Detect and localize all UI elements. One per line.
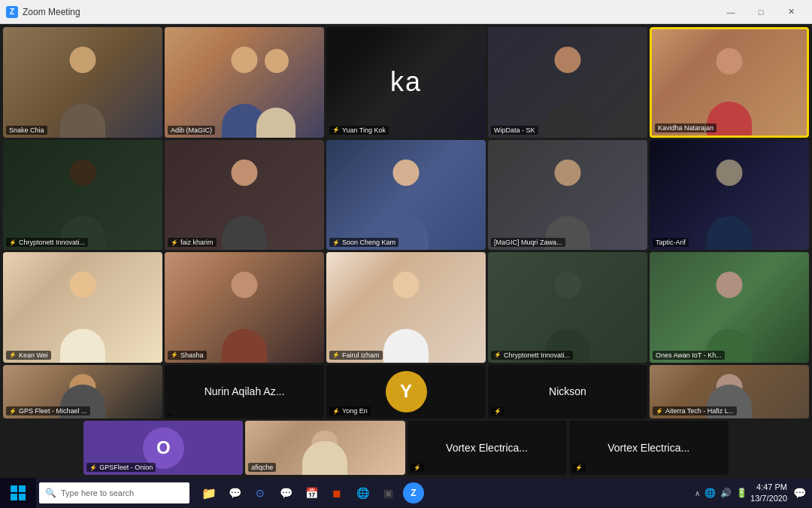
name-soon: ⚡ Soon Cheng Kam bbox=[329, 238, 398, 247]
taskbar-files2[interactable]: ▣ bbox=[377, 482, 398, 503]
participant-kean[interactable]: ⚡ Kean Wei bbox=[3, 252, 162, 363]
tray-chevron[interactable]: ∧ bbox=[695, 489, 700, 497]
participant-yuan[interactable]: ka ⚡ Yuan Ting Kok bbox=[326, 27, 486, 138]
name-magicmuqri: [MaGIC] Muqri Zawa... bbox=[491, 238, 565, 247]
mic-icon-fairul: ⚡ bbox=[332, 351, 340, 358]
tray-network: 🌐 bbox=[704, 488, 716, 498]
participant-gpsfleet-onion[interactable]: O ⚡ GPSFleet - Onion bbox=[83, 421, 243, 475]
name-vortex2: ⚡ bbox=[572, 464, 586, 472]
participant-faiz[interactable]: ⚡ faiz kharim bbox=[165, 140, 324, 251]
start-button[interactable] bbox=[0, 478, 36, 508]
name-vortex1: ⚡ bbox=[411, 464, 424, 472]
participant-snake[interactable]: Snake Chia bbox=[3, 27, 162, 138]
nickson-big-name: Nickson bbox=[543, 385, 592, 397]
mic-icon-onion: ⚡ bbox=[89, 464, 97, 471]
participant-nurin[interactable]: Nurin Aqilah Az... bbox=[165, 365, 324, 419]
participant-wipdata[interactable]: WipData - SK bbox=[488, 27, 647, 138]
nickson-center: Nickson bbox=[488, 365, 647, 419]
taskbar-pinned-apps: 📁 💬 ⊙ 💬 📅 ◼ 🌐 ▣ Z bbox=[198, 482, 424, 503]
mic-icon-gps-michael: ⚡ bbox=[9, 408, 17, 415]
participant-afiqche[interactable]: afiqche bbox=[245, 421, 404, 475]
name-gpsfleet-onion: ⚡ GPSFleet - Onion bbox=[86, 463, 156, 472]
participant-chryp2[interactable]: ⚡ Chryptonett Innovati... bbox=[488, 252, 647, 363]
participant-aiterra[interactable]: ⚡ Aiterra Tech - Hafiz L... bbox=[650, 365, 809, 419]
tray-battery: 🔋 bbox=[736, 488, 747, 498]
yongen-avatar: Y bbox=[386, 371, 427, 412]
name-kean: ⚡ Kean Wei bbox=[6, 351, 51, 360]
mic-icon-shasha: ⚡ bbox=[171, 351, 178, 358]
yuan-center: ka bbox=[326, 27, 486, 138]
name-faiz: ⚡ faiz kharim bbox=[168, 238, 217, 247]
clock-date: 13/7/2020 bbox=[750, 493, 787, 504]
vortex2-big-name: Vortex Electrica... bbox=[601, 442, 695, 454]
window-title: Zoom Meeting bbox=[23, 7, 80, 17]
participant-kavidha[interactable]: Kavidha Natarajan bbox=[650, 27, 809, 138]
participant-ones[interactable]: Ones Awan IoT - Kh... bbox=[650, 252, 809, 363]
name-kavidha: Kavidha Natarajan bbox=[655, 123, 717, 132]
mic-icon-vortex1: ⚡ bbox=[414, 464, 421, 471]
name-wipdata: WipData - SK bbox=[491, 126, 538, 135]
gallery-row-3: ⚡ Kean Wei ⚡ Shasha ⚡ Fairul Izham bbox=[3, 252, 809, 363]
name-gps-michael: ⚡ GPS Fleet - Michael ... bbox=[6, 406, 90, 415]
participant-vortex1[interactable]: Vortex Electrica... ⚡ bbox=[408, 421, 567, 475]
search-placeholder: Type here to search bbox=[61, 488, 134, 497]
participant-nickson[interactable]: Nickson ⚡ bbox=[488, 365, 647, 419]
name-aiterra: ⚡ Aiterra Tech - Hafiz L... bbox=[653, 406, 737, 415]
name-afiqche: afiqche bbox=[248, 463, 276, 472]
mic-icon-yongen: ⚡ bbox=[332, 408, 340, 415]
mic-icon-chryp1: ⚡ bbox=[9, 239, 17, 246]
minimize-button[interactable]: — bbox=[716, 0, 746, 24]
search-icon: 🔍 bbox=[45, 488, 56, 498]
participant-adib[interactable]: Adib (MaGIC) bbox=[165, 27, 324, 138]
taskbar-green-app[interactable]: 💬 bbox=[224, 482, 245, 503]
taskbar-office[interactable]: ◼ bbox=[326, 482, 347, 503]
participant-yongen[interactable]: Y ⚡ Yong En bbox=[326, 365, 486, 419]
zoom-gallery: Snake Chia Adib (MaGIC) ka ⚡ Yu bbox=[0, 24, 812, 478]
taskbar-calendar[interactable]: 📅 bbox=[301, 482, 322, 503]
vortex1-big-name: Vortex Electrica... bbox=[440, 442, 534, 454]
participant-magicmuqri[interactable]: [MaGIC] Muqri Zawa... bbox=[488, 140, 647, 251]
taskbar-file-explorer[interactable]: 📁 bbox=[198, 482, 220, 503]
participant-vortex2[interactable]: Vortex Electrica... ⚡ bbox=[569, 421, 729, 475]
name-chryp2: ⚡ Chryptonett Innovati... bbox=[491, 351, 573, 360]
taskbar-zoom[interactable]: Z bbox=[403, 482, 424, 503]
name-chryp1: ⚡ Chryptonett Innovati... bbox=[6, 238, 88, 247]
window-controls[interactable]: — □ ✕ bbox=[716, 0, 806, 24]
participant-fairul[interactable]: ⚡ Fairul Izham bbox=[326, 252, 486, 363]
name-adib: Adib (MaGIC) bbox=[168, 126, 215, 135]
maximize-button[interactable]: □ bbox=[746, 0, 776, 24]
vortex1-center: Vortex Electrica... bbox=[408, 421, 567, 475]
ka-logo: ka bbox=[390, 66, 422, 98]
participant-taptic[interactable]: Taptic-Arif bbox=[650, 140, 809, 251]
title-bar-left: Z Zoom Meeting bbox=[6, 6, 80, 18]
close-button[interactable]: ✕ bbox=[776, 0, 806, 24]
nurin-center: Nurin Aqilah Az... bbox=[165, 365, 324, 419]
taskbar-search[interactable]: 🔍 Type here to search bbox=[39, 482, 189, 503]
app-icon: Z bbox=[6, 6, 18, 18]
gallery-row-2: ⚡ Chryptonett Innovati... ⚡ faiz kharim … bbox=[3, 140, 809, 251]
mic-icon-vortex2: ⚡ bbox=[575, 464, 583, 471]
nurin-big-name: Nurin Aqilah Az... bbox=[198, 385, 291, 397]
name-taptic: Taptic-Arif bbox=[653, 238, 689, 247]
taskbar-chrome[interactable]: ⊙ bbox=[250, 482, 271, 503]
tray-speaker: 🔊 bbox=[720, 488, 732, 498]
taskbar-wechat[interactable]: 💬 bbox=[275, 482, 296, 503]
name-fairul: ⚡ Fairul Izham bbox=[329, 351, 383, 360]
name-yongen: ⚡ Yong En bbox=[329, 406, 371, 415]
mic-icon-chryp2: ⚡ bbox=[494, 351, 501, 358]
gallery-row-1: Snake Chia Adib (MaGIC) ka ⚡ Yu bbox=[3, 27, 809, 138]
taskbar-edge[interactable]: 🌐 bbox=[352, 482, 373, 503]
mic-icon-soon: ⚡ bbox=[332, 239, 340, 246]
participant-gps-michael[interactable]: ⚡ GPS Fleet - Michael ... bbox=[3, 365, 162, 419]
name-nurin bbox=[168, 414, 174, 415]
participant-chryp1[interactable]: ⚡ Chryptonett Innovati... bbox=[3, 140, 162, 251]
mic-icon-aiterra: ⚡ bbox=[656, 408, 663, 415]
name-ones: Ones Awan IoT - Kh... bbox=[653, 351, 725, 360]
mic-icon-nickson: ⚡ bbox=[494, 408, 501, 415]
participant-soon[interactable]: ⚡ Soon Cheng Kam bbox=[326, 140, 486, 251]
taskbar: 🔍 Type here to search 📁 💬 ⊙ 💬 📅 ◼ 🌐 ▣ Z … bbox=[0, 478, 812, 508]
title-bar: Z Zoom Meeting — □ ✕ bbox=[0, 0, 812, 24]
participant-shasha[interactable]: ⚡ Shasha bbox=[165, 252, 324, 363]
notification-icon[interactable]: 💬 bbox=[793, 487, 806, 499]
system-tray: ∧ 🌐 🔊 🔋 bbox=[695, 488, 747, 498]
